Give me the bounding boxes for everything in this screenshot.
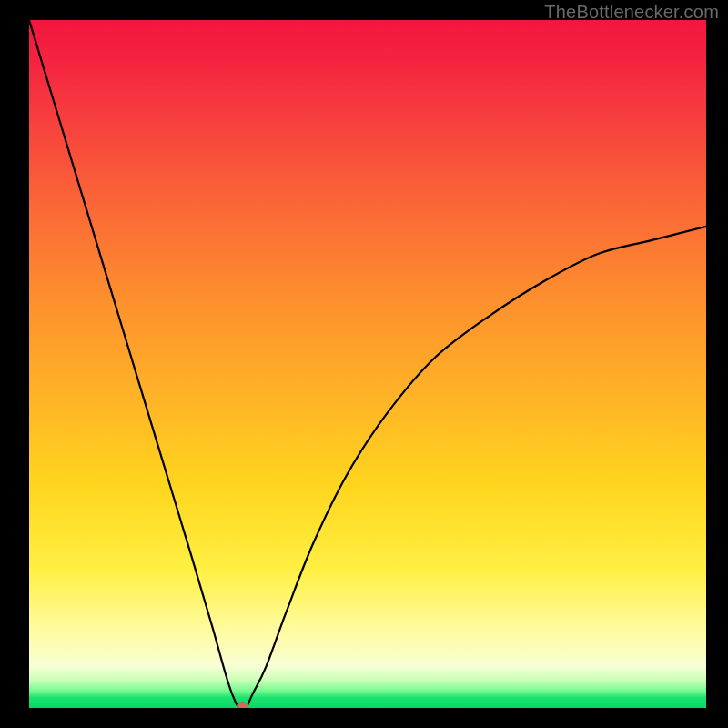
watermark-text: TheBottlenecker.com bbox=[544, 2, 719, 23]
curve-minimum-marker bbox=[237, 702, 248, 708]
bottleneck-curve bbox=[29, 20, 706, 708]
plot-area bbox=[29, 20, 706, 708]
chart-frame: TheBottlenecker.com bbox=[0, 0, 728, 728]
